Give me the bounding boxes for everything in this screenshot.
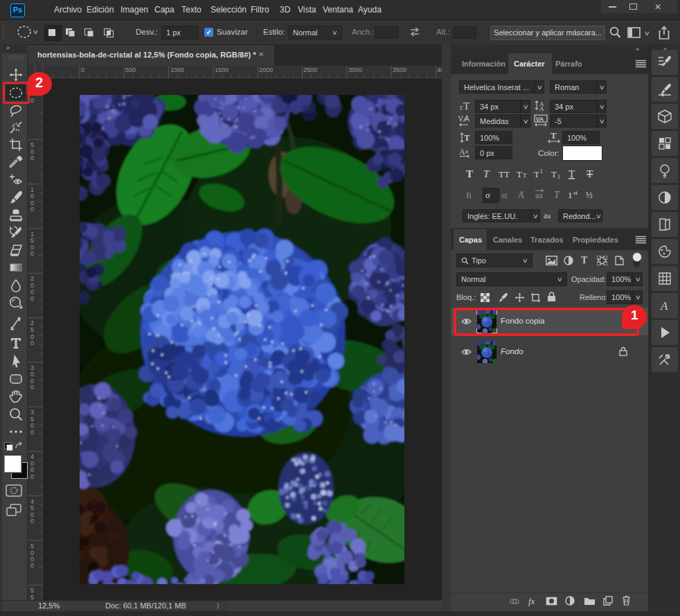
svg-text:3: 3: [30, 409, 34, 416]
svg-text:5: 5: [30, 237, 34, 244]
svg-text:V: V: [458, 115, 463, 123]
svg-text:fi: fi: [466, 190, 472, 200]
svg-text:0: 0: [30, 422, 34, 429]
svg-text:4000: 4000: [437, 67, 442, 73]
svg-text:5: 5: [30, 543, 34, 549]
svg-text:0: 0: [30, 250, 34, 257]
svg-text:A: A: [660, 299, 668, 313]
svg-text:2500: 2500: [303, 67, 317, 73]
svg-text:A: A: [517, 190, 524, 200]
svg-text:TT: TT: [499, 169, 510, 179]
svg-text:T: T: [551, 169, 557, 179]
svg-text:T: T: [463, 100, 469, 111]
svg-text:0: 0: [81, 67, 84, 73]
svg-text:1: 1: [540, 168, 543, 175]
svg-text:5: 5: [30, 326, 34, 333]
svg-text:0: 0: [30, 340, 34, 346]
svg-text:5: 5: [30, 141, 34, 148]
svg-text:0: 0: [30, 518, 34, 525]
svg-text:T: T: [569, 168, 575, 179]
svg-text:0: 0: [30, 466, 34, 473]
svg-text:0: 0: [30, 295, 34, 302]
svg-text:0: 0: [30, 193, 34, 200]
svg-text:0: 0: [30, 473, 34, 480]
svg-text:0: 0: [30, 206, 34, 213]
svg-text:0: 0: [30, 97, 34, 104]
svg-text:a: a: [465, 148, 468, 155]
svg-text:500: 500: [125, 67, 136, 73]
svg-text:1: 1: [568, 190, 573, 200]
svg-text:T: T: [534, 169, 539, 179]
svg-text:1500: 1500: [215, 67, 229, 73]
svg-text:T: T: [466, 168, 473, 179]
svg-text:T: T: [551, 132, 557, 141]
svg-text:½: ½: [586, 190, 593, 200]
svg-text:5: 5: [30, 504, 34, 511]
svg-text:VA: VA: [536, 116, 544, 123]
svg-text:0: 0: [30, 371, 34, 378]
svg-text:0: 0: [30, 384, 34, 391]
svg-text:0: 0: [30, 429, 34, 436]
svg-text:0: 0: [30, 288, 34, 295]
svg-text:1: 1: [557, 174, 560, 180]
svg-text:σ: σ: [485, 190, 490, 200]
svg-text:st: st: [501, 190, 508, 200]
svg-text:st: st: [573, 189, 578, 196]
svg-text:T: T: [587, 168, 593, 179]
svg-text:2000: 2000: [259, 67, 273, 73]
svg-text:5: 5: [30, 587, 34, 594]
svg-text:4: 4: [30, 453, 34, 460]
svg-text:0: 0: [30, 155, 34, 161]
svg-text:T: T: [523, 172, 527, 179]
svg-text:T: T: [464, 132, 470, 143]
svg-text:5: 5: [30, 594, 34, 600]
svg-text:A: A: [459, 147, 465, 157]
svg-text:T: T: [517, 169, 522, 179]
svg-text:3500: 3500: [393, 67, 406, 73]
svg-text:1000: 1000: [170, 67, 184, 73]
svg-text:T: T: [483, 168, 490, 179]
svg-text:2: 2: [30, 275, 34, 282]
svg-text:2: 2: [30, 319, 34, 326]
svg-text:3000: 3000: [348, 67, 362, 73]
svg-text:0: 0: [30, 562, 34, 569]
svg-text:T: T: [554, 190, 560, 200]
svg-text:A: A: [539, 105, 544, 112]
